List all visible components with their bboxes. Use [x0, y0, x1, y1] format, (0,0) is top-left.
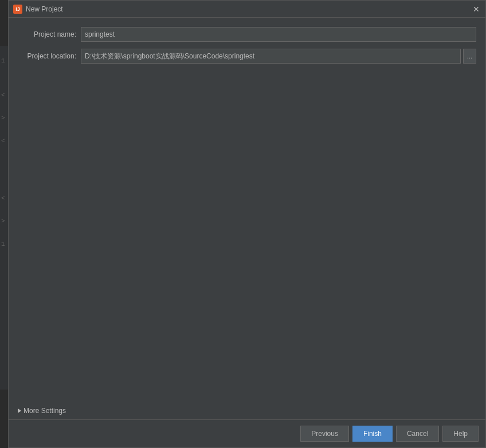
- line-number-1: 1: [1, 57, 5, 64]
- project-location-row: Project location: ...: [18, 49, 476, 64]
- project-name-label: Project name:: [18, 30, 81, 38]
- app-icon-label: IJ: [15, 6, 20, 12]
- project-name-input-wrapper: [81, 27, 476, 42]
- help-button[interactable]: Help: [442, 426, 479, 442]
- new-project-dialog: IJ New Project ✕ Project name: Project l…: [8, 0, 486, 448]
- previous-button[interactable]: Previous: [300, 426, 349, 442]
- more-settings-section: More Settings: [18, 402, 476, 415]
- more-settings-triangle-icon: [18, 408, 21, 413]
- line-number-4: <: [1, 137, 5, 144]
- project-location-input-wrapper: ...: [81, 49, 476, 64]
- line-number-7: 1: [1, 241, 5, 247]
- gutter-lines: 1 < > < < > 1: [0, 46, 8, 390]
- title-bar-left: IJ New Project: [13, 5, 63, 14]
- middle-area: [18, 70, 476, 402]
- project-location-label: Project location:: [18, 52, 81, 60]
- dialog-content: Project name: Project location: ... More…: [9, 18, 485, 419]
- browse-button[interactable]: ...: [463, 49, 476, 64]
- line-number-2: <: [1, 92, 5, 99]
- more-settings-label: More Settings: [23, 407, 66, 415]
- finish-button[interactable]: Finish: [352, 426, 393, 442]
- project-location-input[interactable]: [81, 49, 461, 64]
- line-number-3: >: [1, 115, 5, 121]
- line-number-5: <: [1, 195, 5, 202]
- close-button[interactable]: ✕: [472, 5, 481, 14]
- project-name-row: Project name:: [18, 27, 476, 42]
- more-settings-link[interactable]: More Settings: [18, 407, 476, 415]
- dialog-title: New Project: [26, 5, 63, 13]
- cancel-button[interactable]: Cancel: [396, 426, 439, 442]
- dialog-title-bar: IJ New Project ✕: [9, 1, 485, 18]
- project-name-input[interactable]: [81, 27, 476, 42]
- button-bar: Previous Finish Cancel Help: [9, 419, 485, 447]
- app-icon: IJ: [13, 5, 22, 14]
- line-number-6: >: [1, 218, 5, 225]
